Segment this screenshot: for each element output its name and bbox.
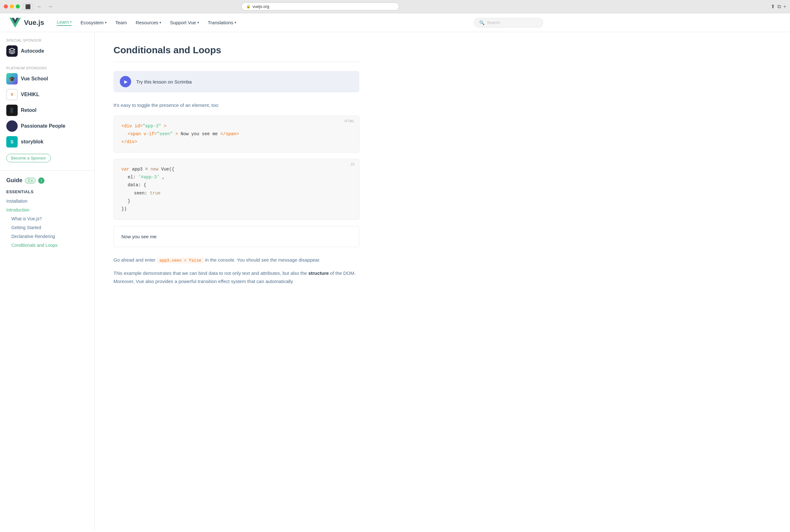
attr-vif: v-if=	[144, 131, 157, 136]
demo-box: Now you see me	[113, 226, 359, 247]
body-text-3-strong: structure	[308, 270, 329, 276]
logo[interactable]: Vue.js	[10, 17, 44, 28]
intro-text: It's easy to toggle the presence of an e…	[113, 101, 359, 109]
platinum-sponsor-section: Platinum Sponsors 🎓 Vue School V VEHIKL …	[0, 66, 94, 167]
sidebar: Special Sponsor Autocode Platinum Sponso…	[0, 32, 95, 531]
sponsor-storyblok[interactable]: S storyblok	[6, 136, 88, 148]
sponsor-retool[interactable]: ▊ Retool	[6, 104, 88, 116]
url-bar[interactable]: 🔒 vuejs.org	[242, 2, 399, 11]
sidebar-item-conditionals-loops[interactable]: Conditionals and Loops	[0, 241, 94, 250]
vehikl-logo-icon: V	[6, 89, 18, 100]
lock-icon: 🔒	[246, 4, 251, 8]
js-code-content: var app3 = new Vue({ el: '#app-3' , data…	[114, 159, 359, 220]
sidebar-item-introduction[interactable]: Introduction	[0, 206, 94, 214]
sponsor-vueschool[interactable]: 🎓 Vue School	[6, 73, 88, 84]
retool-name: Retool	[21, 108, 37, 113]
tag-close-bracket: >	[164, 124, 166, 129]
sidebar-item-declarative-rendering[interactable]: Declarative Rendering	[0, 232, 94, 241]
nav-ecosystem[interactable]: Ecosystem ▾	[80, 20, 106, 25]
maximize-button[interactable]	[16, 4, 20, 8]
js-line-1: var app3 = new Vue({	[121, 166, 352, 173]
tabs-button[interactable]: ⧉	[777, 3, 781, 10]
js-label: JS	[350, 162, 355, 166]
span-open: <span	[128, 131, 141, 136]
inline-code-1: app3.seen = false	[157, 258, 204, 264]
resources-caret-icon: ▾	[159, 21, 161, 24]
sponsor-autocode[interactable]: Autocode	[6, 45, 88, 57]
nav-team[interactable]: Team	[115, 20, 127, 25]
sidebar-toggle-button[interactable]: ⬛	[23, 3, 33, 10]
scrimba-banner[interactable]: ▶ Try this lesson on Scrimba	[113, 71, 359, 92]
version-badge: 2.x	[25, 178, 36, 184]
body-text-2: in the console. You should see the messa…	[205, 257, 320, 263]
body-paragraph-1: Go ahead and enter app3.seen = false in …	[113, 256, 359, 264]
search-bar[interactable]: 🔍 Search	[474, 18, 543, 27]
sponsor-vehikl[interactable]: V VEHIKL	[6, 89, 88, 100]
play-icon: ▶	[124, 79, 128, 84]
autocode-logo-icon	[6, 45, 18, 57]
search-icon: 🔍	[479, 20, 485, 25]
sidebar-section-essentials: Essentials	[0, 187, 94, 197]
search-placeholder: Search	[487, 20, 500, 25]
back-button[interactable]: ←	[36, 3, 43, 10]
attr-val-seen: "seen"	[157, 131, 172, 136]
content-wrapper: Special Sponsor Autocode Platinum Sponso…	[0, 32, 790, 531]
autocode-svg	[8, 48, 16, 55]
become-sponsor-button[interactable]: Become a Sponsor	[6, 154, 51, 162]
translations-caret-icon: ▾	[234, 21, 236, 24]
share-button[interactable]: ⬆	[771, 3, 775, 10]
attr-id: id=	[135, 124, 143, 129]
vue-logo-icon	[10, 17, 21, 28]
js-line-6: })	[121, 205, 352, 213]
platinum-sponsor-label: Platinum Sponsors	[6, 66, 88, 70]
close-button[interactable]	[4, 4, 8, 8]
nav-learn[interactable]: Learn ▾	[57, 19, 72, 26]
nav-support-vue[interactable]: Support Vue ▾	[170, 20, 199, 25]
js-line-3: data: {	[121, 181, 352, 189]
js-code-block: JS var app3 = new Vue({ el: '#app-3' , d…	[113, 159, 359, 220]
code-line-3: </div>	[121, 138, 352, 146]
vueschool-name: Vue School	[21, 76, 48, 82]
ecosystem-caret-icon: ▾	[105, 21, 107, 24]
nav-translations[interactable]: Translations ▾	[208, 20, 236, 25]
guide-header: Guide 2.x i	[0, 174, 94, 187]
sidebar-item-installation[interactable]: Installation	[0, 197, 94, 206]
main-content: Conditionals and Loops ▶ Try this lesson…	[95, 32, 378, 531]
sidebar-item-what-is-vuejs[interactable]: What is Vue.js?	[0, 214, 94, 223]
guide-title: Guide	[6, 177, 22, 184]
vueschool-logo-icon: 🎓	[6, 73, 18, 84]
pp-logo-icon: ∞	[6, 120, 18, 132]
minimize-button[interactable]	[10, 4, 14, 8]
special-sponsor-label: Special Sponsor	[6, 38, 88, 42]
html-label: HTML	[344, 119, 355, 123]
version-info-icon[interactable]: i	[38, 177, 44, 184]
url-text: vuejs.org	[252, 4, 269, 9]
play-button[interactable]: ▶	[120, 76, 131, 87]
browser-chrome: ⬛ ← → 🔒 vuejs.org ⬆ ⧉ +	[0, 0, 790, 13]
retool-logo-icon: ▊	[6, 104, 18, 116]
html-code-content: <div id="app-3" > <span v-if="seen" > No…	[114, 116, 359, 153]
body-paragraph-2: This example demonstrates that we can bi…	[113, 269, 359, 285]
new-tab-button[interactable]: +	[783, 3, 786, 10]
sponsor-passionate-people[interactable]: ∞ Passionate People	[6, 120, 88, 132]
logo-text: Vue.js	[24, 19, 44, 27]
autocode-name: Autocode	[21, 48, 44, 54]
js-line-5: }	[121, 197, 352, 205]
code-line-2: <span v-if="seen" > Now you see me </spa…	[121, 130, 352, 138]
storyblok-logo-icon: S	[6, 136, 18, 148]
special-sponsor-section: Special Sponsor Autocode	[0, 38, 94, 66]
vehikl-name: VEHIKL	[21, 92, 39, 97]
body-text-1: Go ahead and enter	[113, 257, 157, 263]
attr-val-app3: "app-3"	[143, 124, 161, 129]
forward-button[interactable]: →	[46, 3, 54, 10]
page-title: Conditionals and Loops	[113, 45, 359, 55]
nav-resources[interactable]: Resources ▾	[135, 20, 161, 25]
learn-caret-icon: ▾	[70, 20, 72, 24]
js-line-4: seen: true	[121, 189, 352, 197]
app-header: Vue.js Learn ▾ Ecosystem ▾ Team Resource…	[0, 13, 790, 32]
sidebar-item-getting-started[interactable]: Getting Started	[0, 223, 94, 232]
page-divider	[113, 62, 359, 62]
traffic-lights	[4, 4, 20, 8]
js-line-2: el: '#app-3' ,	[121, 173, 352, 181]
support-caret-icon: ▾	[198, 21, 199, 24]
